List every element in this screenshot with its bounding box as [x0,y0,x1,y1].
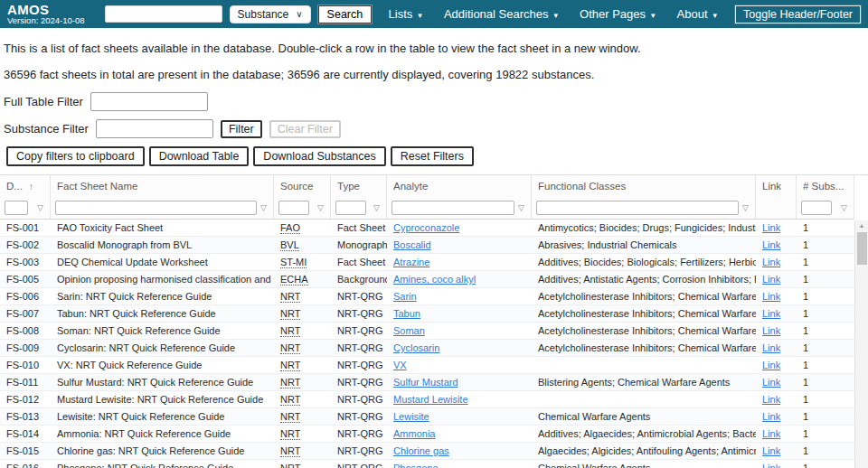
table-row[interactable]: FS-001FAO Toxicity Fact SheetFAOFact She… [0,220,854,237]
fact-sheet-link[interactable]: Link [762,428,780,439]
analyte-link[interactable]: Phosgene [393,463,439,468]
fact-sheet-link[interactable]: Link [762,360,780,370]
filter-funnel-icon[interactable]: ▽ [742,203,750,212]
download-substances-button[interactable]: Download Substances [253,146,385,166]
download-table-button[interactable]: Download Table [149,146,250,166]
column-header-type[interactable]: Type [331,175,387,197]
table-row[interactable]: FS-002Boscalid Monograph from BVLBVLMono… [0,237,854,254]
filter-funnel-icon[interactable]: ▽ [260,203,269,212]
cell-analyte: Chlorine gas [387,443,532,459]
column-filter-input-id[interactable] [5,201,28,215]
vertical-scrollbar[interactable]: ▲ [854,220,868,468]
nav-item-lists[interactable]: Lists▾ [389,7,422,21]
fact-sheet-link[interactable]: Link [762,239,780,250]
cell-type: NRT-QRG [331,426,387,442]
analyte-link[interactable]: VX [393,360,407,370]
table-row[interactable]: FS-013Lewisite: NRT Quick Reference Guid… [0,408,854,426]
table-row[interactable]: FS-012Mustard Lewisite: NRT Quick Refere… [0,391,854,408]
analyte-link[interactable]: Soman [393,325,425,336]
table-row[interactable]: FS-005Opinion proposing harmonised class… [0,271,854,288]
table-row[interactable]: FS-009Cyclosarin: NRT Quick Reference Gu… [0,340,854,357]
table-row[interactable]: FS-011Sulfur Mustard: NRT Quick Referenc… [0,374,854,391]
fact-sheet-link[interactable]: Link [762,411,780,422]
fact-sheet-link[interactable]: Link [762,394,780,405]
table-row[interactable]: FS-003DEQ Chemical Update WorksheetST-MI… [0,254,854,271]
app-logo[interactable]: AMOS Version: 2024-10-08 [7,3,85,26]
copy-filters-button[interactable]: Copy filters to clipboard [6,146,145,166]
cell-functional-classes: Algaecides; Algicides; Antifouling Agent… [532,443,756,459]
filter-funnel-icon[interactable]: ▽ [373,203,382,212]
column-filter-input-type[interactable] [335,201,366,215]
analyte-link[interactable]: Chlorine gas [393,445,449,456]
column-header-label: # Subs... [803,181,844,192]
search-type-select[interactable]: Substance ∨ [230,5,311,23]
analyte-link[interactable]: Mustard Lewisite [393,394,468,405]
analyte-link[interactable]: Cyproconazole [393,222,459,233]
cell-name: Mustard Lewisite: NRT Quick Reference Gu… [51,391,274,407]
filter-funnel-icon[interactable]: ▽ [518,203,526,212]
filter-funnel-icon[interactable]: ▽ [37,203,45,212]
column-header-id[interactable]: D...↑ [0,175,51,197]
fact-sheet-link[interactable]: Link [762,445,780,456]
table-row[interactable]: FS-008Soman: NRT Quick Reference GuideNR… [0,323,854,340]
column-header-classes[interactable]: Functional Classes [532,175,756,197]
cell-id: FS-014 [0,426,51,442]
search-button[interactable]: Search [318,5,373,23]
column-header-source[interactable]: Source [274,175,331,197]
nav-item-other-pages[interactable]: Other Pages▾ [580,7,656,21]
cell-substance-count: 1 [797,220,854,236]
column-filter-input-count[interactable] [801,201,832,215]
analyte-link[interactable]: Ammonia [393,428,435,439]
cell-analyte: Soman [387,323,532,339]
reset-filters-button[interactable]: Reset Filters [391,146,474,166]
fact-sheet-link[interactable]: Link [762,222,780,233]
cell-substance-count: 1 [797,288,854,304]
global-search-input[interactable] [105,5,222,23]
column-filter-input-source[interactable] [278,201,309,215]
column-filter-input-classes[interactable] [536,201,739,215]
column-header-name[interactable]: Fact Sheet Name [51,175,274,197]
analyte-link[interactable]: Lewisite [393,411,429,422]
fact-sheet-link[interactable]: Link [762,325,780,336]
table-row[interactable]: FS-014Ammonia: NRT Quick Reference Guide… [0,426,854,443]
table-row[interactable]: FS-015Chlorine gas: NRT Quick Reference … [0,443,854,460]
table-row[interactable]: FS-010VX: NRT Quick Reference GuideNRTNR… [0,357,854,374]
filter-button[interactable]: Filter [221,120,262,138]
nav-item-about[interactable]: About▾ [677,7,718,21]
fact-sheet-link[interactable]: Link [762,308,780,319]
column-header-count[interactable]: # Subs... [797,175,854,197]
fact-sheet-link[interactable]: Link [762,274,780,285]
caret-down-icon: ▾ [713,9,718,20]
table-row[interactable]: FS-007Tabun: NRT Quick Reference GuideNR… [0,305,854,323]
fact-sheet-link[interactable]: Link [762,463,780,468]
analyte-link[interactable]: Cyclosarin [393,342,439,353]
substance-filter-input[interactable] [96,119,213,138]
analyte-link[interactable]: Amines, coco alkyl [393,274,476,285]
analyte-link[interactable]: Sulfur Mustard [393,377,458,388]
analyte-link[interactable]: Tabun [393,308,420,319]
filter-funnel-icon[interactable]: ▽ [841,203,849,212]
toggle-header-footer-button[interactable]: Toggle Header/Footer [735,5,861,23]
fact-sheet-link[interactable]: Link [762,342,780,353]
clear-filter-button[interactable]: Clear Filter [269,120,341,138]
fact-sheet-link[interactable]: Link [762,291,780,302]
table-row[interactable]: FS-016Phosgene: NRT Quick Reference Guid… [0,460,854,468]
fact-sheet-link[interactable]: Link [762,257,780,267]
cell-name: Tabun: NRT Quick Reference Guide [51,305,274,322]
full-table-filter-input[interactable] [90,92,208,111]
cell-functional-classes: Acetylcholinesterase Inhibitors; Chemica… [532,323,756,339]
filter-funnel-icon[interactable]: ▽ [317,203,326,212]
scrollbar-thumb[interactable] [857,232,867,265]
analyte-link[interactable]: Sarin [393,291,417,302]
fact-sheet-link[interactable]: Link [762,377,780,388]
column-filter-input-name[interactable] [55,201,257,215]
column-header-analyte[interactable]: Analyte [387,175,532,197]
column-header-link[interactable]: Link [756,175,797,197]
column-filter-input-analyte[interactable] [392,201,514,215]
analyte-link[interactable]: Boscalid [393,239,431,250]
nav-item-additional-searches[interactable]: Additional Searches▾ [444,7,558,21]
table-row[interactable]: FS-006Sarin: NRT Quick Reference GuideNR… [0,288,854,305]
analyte-link[interactable]: Atrazine [393,257,429,267]
scroll-up-icon[interactable]: ▲ [855,220,868,231]
cell-functional-classes [532,391,756,407]
